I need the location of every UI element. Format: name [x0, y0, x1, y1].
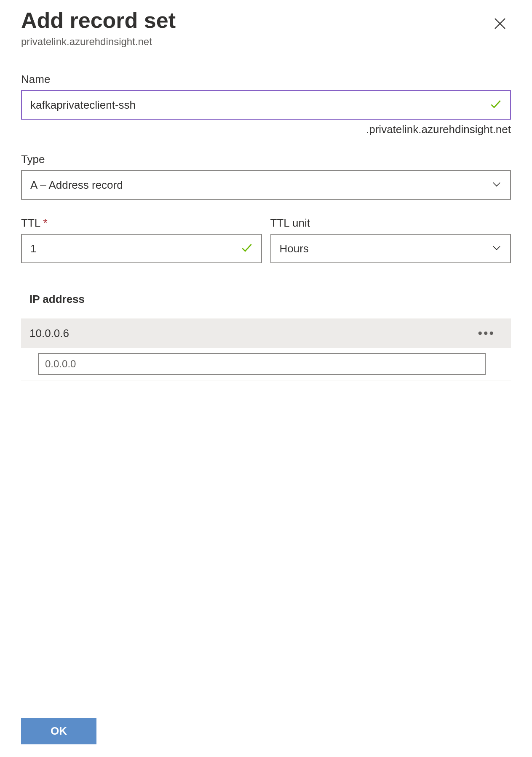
panel-header: Add record set privatelink.azurehdinsigh…	[21, 8, 511, 48]
name-input[interactable]	[21, 90, 511, 120]
ttl-unit-value: Hours	[280, 242, 309, 255]
ttl-label: TTL *	[21, 217, 262, 230]
ok-button[interactable]: OK	[21, 718, 96, 744]
panel-subtitle: privatelink.azurehdinsight.net	[21, 36, 176, 48]
ttl-unit-select-wrapper: Hours	[270, 234, 511, 263]
name-field-group: Name .privatelink.azurehdinsight.net	[21, 73, 511, 136]
ttl-unit-label: TTL unit	[270, 217, 511, 230]
name-input-wrapper	[21, 90, 511, 120]
type-field-group: Type A – Address record	[21, 153, 511, 200]
close-button[interactable]	[489, 13, 511, 36]
ip-address-row: 10.0.0.6 •••	[21, 318, 511, 348]
name-label: Name	[21, 73, 511, 86]
panel-title: Add record set	[21, 8, 176, 32]
type-select-wrapper: A – Address record	[21, 170, 511, 200]
type-select[interactable]: A – Address record	[21, 170, 511, 200]
ip-address-value: 10.0.0.6	[29, 327, 69, 340]
name-suffix: .privatelink.azurehdinsight.net	[21, 123, 511, 136]
check-icon	[240, 241, 254, 256]
ip-input-row	[21, 348, 511, 380]
ellipsis-icon: •••	[478, 326, 495, 340]
ttl-input[interactable]	[21, 234, 262, 263]
close-icon	[492, 26, 508, 32]
required-indicator: *	[43, 217, 48, 229]
check-icon	[489, 97, 503, 112]
ip-more-button[interactable]: •••	[474, 326, 498, 340]
ip-address-heading: IP address	[29, 293, 511, 306]
type-label: Type	[21, 153, 511, 166]
ttl-row: TTL * TTL unit Hours	[21, 217, 511, 280]
ip-address-input[interactable]	[38, 353, 486, 375]
type-value: A – Address record	[30, 179, 123, 192]
add-record-set-panel: Add record set privatelink.azurehdinsigh…	[0, 0, 532, 757]
ttl-field-group: TTL *	[21, 217, 262, 263]
ttl-unit-select[interactable]: Hours	[270, 234, 511, 263]
ip-address-section: IP address 10.0.0.6 •••	[21, 293, 511, 380]
title-block: Add record set privatelink.azurehdinsigh…	[21, 8, 176, 48]
ttl-unit-field-group: TTL unit Hours	[270, 217, 511, 263]
panel-footer: OK	[21, 707, 511, 749]
ttl-input-wrapper	[21, 234, 262, 263]
